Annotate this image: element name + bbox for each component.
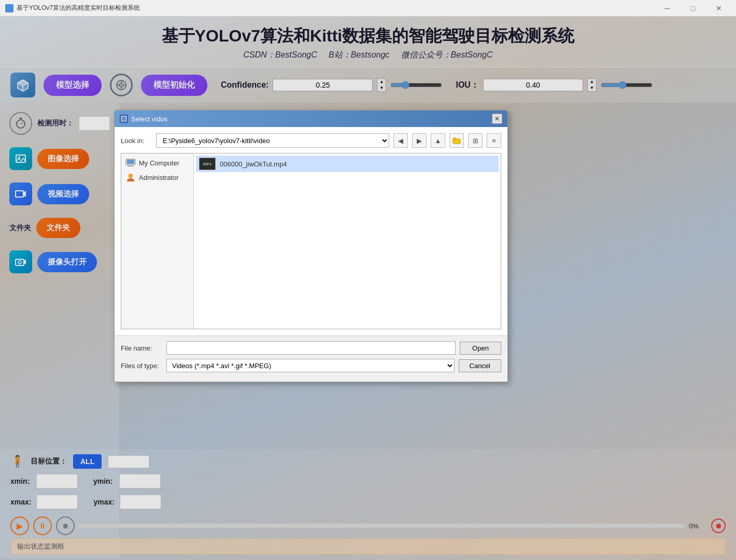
window-title: 基于YOLOv7算法的高精度实时目标检测系统 (17, 4, 140, 12)
tree-item-mycomputer[interactable]: My Computer (123, 156, 191, 170)
svg-rect-23 (127, 160, 134, 164)
dialog-title-bar: Select vidos ✕ (115, 110, 507, 127)
svg-rect-19 (121, 116, 126, 121)
files-of-type-label: Files of type: (121, 362, 162, 370)
app-container: 基于YOLOv7算法和Kitti数据集的智能驾驶目标检测系统 CSDN：Best… (0, 17, 736, 560)
nav-up-button[interactable]: ▲ (431, 133, 445, 148)
path-dropdown[interactable]: E:\Pyside6_yolov7\yolov7-kitti\video (156, 133, 389, 148)
nav-forward-button[interactable]: ▶ (412, 133, 427, 148)
computer-icon (125, 159, 136, 167)
file-item-video[interactable]: MP4 006000_jiwOkTut.mp4 (196, 156, 499, 172)
dialog-overlay: Select vidos ✕ Look in: E:\Pyside6_yolov… (0, 17, 736, 560)
app-icon (5, 4, 13, 12)
minimize-button[interactable]: ─ (655, 0, 679, 17)
open-button[interactable]: Open (460, 342, 501, 355)
dialog-close-button[interactable]: ✕ (492, 114, 502, 124)
file-list: MP4 006000_jiwOkTut.mp4 (194, 153, 501, 329)
file-browser: My Computer Administrator (121, 153, 501, 329)
select-vidos-dialog: Select vidos ✕ Look in: E:\Pyside6_yolov… (114, 110, 508, 382)
file-name-label: 006000_jiwOkTut.mp4 (220, 160, 287, 168)
dialog-body: Look in: E:\Pyside6_yolov7\yolov7-kitti\… (115, 127, 507, 335)
svg-rect-24 (129, 165, 133, 166)
video-thumbnail: MP4 (199, 158, 216, 170)
look-in-label: Look in: (121, 137, 152, 145)
filetype-select[interactable]: Videos (*.mp4 *.avi *.gif *.MPEG) (166, 359, 455, 372)
close-button[interactable]: ✕ (707, 0, 731, 17)
title-bar-left: 基于YOLOv7算法的高精度实时目标检测系统 (5, 4, 140, 12)
svg-point-26 (129, 174, 133, 178)
administrator-label: Administrator (139, 174, 179, 181)
maximize-button[interactable]: □ (681, 0, 705, 17)
mycomputer-label: My Computer (139, 159, 179, 167)
file-name-row: File name: Open (121, 341, 501, 355)
nav-list-button[interactable]: ≡ (487, 133, 501, 148)
file-tree: My Computer Administrator (121, 153, 194, 329)
cancel-button[interactable]: Cancel (459, 359, 501, 372)
dialog-title-left: Select vidos (120, 115, 167, 123)
nav-back-button[interactable]: ◀ (393, 133, 408, 148)
nav-grid-button[interactable]: ⊞ (468, 133, 483, 148)
svg-rect-21 (453, 138, 456, 139)
file-name-input[interactable] (166, 341, 456, 355)
look-in-row: Look in: E:\Pyside6_yolov7\yolov7-kitti\… (121, 133, 501, 148)
nav-folder-button[interactable] (449, 133, 464, 148)
dialog-title: Select vidos (131, 115, 167, 123)
tree-item-administrator[interactable]: Administrator (123, 170, 191, 185)
title-bar: 基于YOLOv7算法的高精度实时目标检测系统 ─ □ ✕ (0, 0, 736, 17)
dialog-footer: File name: Open Files of type: Videos (*… (115, 335, 507, 382)
title-bar-controls: ─ □ ✕ (655, 0, 731, 17)
file-name-label-text: File name: (121, 344, 162, 352)
dialog-icon (120, 115, 128, 123)
svg-rect-25 (128, 166, 134, 167)
files-of-type-row: Files of type: Videos (*.mp4 *.avi *.gif… (121, 359, 501, 372)
user-icon (125, 173, 136, 181)
